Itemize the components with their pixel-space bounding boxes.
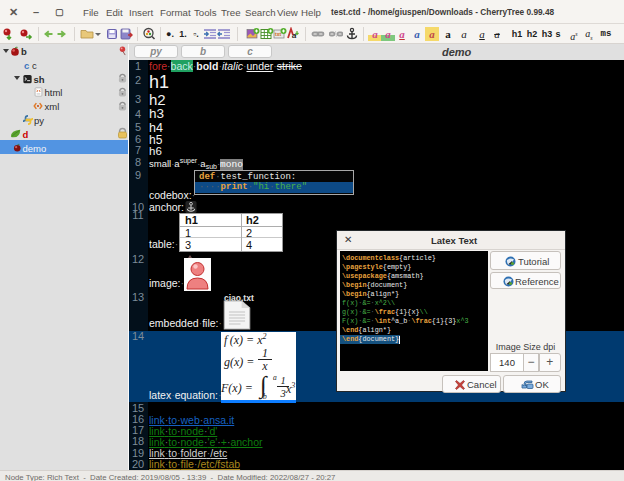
- svg-text:txt: txt: [275, 31, 281, 37]
- svg-text:a: a: [292, 31, 297, 40]
